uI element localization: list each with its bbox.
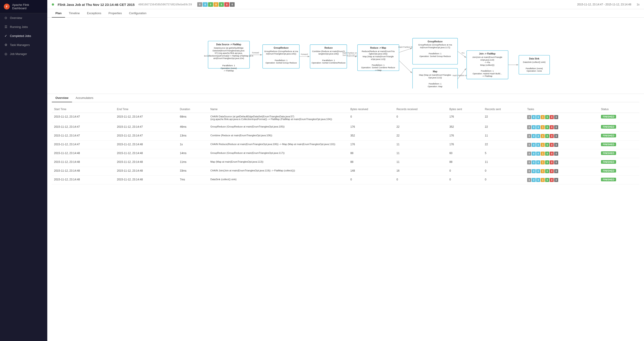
mini-badge: 0	[532, 178, 536, 182]
cell-3: Combine (Reduce at main(EnumTrianglesOpt…	[208, 132, 348, 140]
cell-6: 176	[447, 140, 483, 149]
mini-badge: 0	[554, 160, 558, 164]
cell-7: 22	[482, 113, 525, 123]
cell-4: 88	[348, 149, 394, 158]
svg-text:ain(EnumTrianglesOpt.java:104): ain(EnumTrianglesOpt.java:104)	[214, 57, 244, 60]
task-badge: 8	[219, 2, 224, 7]
svg-text:Operation: Hybrid Hash Build..: Operation: Hybrid Hash Build...	[473, 72, 502, 75]
sidebar-item-completed-jobs[interactable]: ✓ Completed Jobs	[0, 31, 47, 40]
job-manager-icon: ◎	[4, 52, 8, 56]
cell-5: 11	[394, 158, 447, 167]
table-row[interactable]: 2015-11-12, 23:14:482015-11-12, 23:14:48…	[52, 158, 640, 167]
svg-text:Parallelism: 1: Parallelism: 1	[372, 64, 384, 66]
table-row[interactable]: 2015-11-12, 23:14:472015-11-12, 23:14:47…	[52, 132, 640, 140]
cell-1: 2015-11-12, 23:14:48	[114, 176, 178, 184]
svg-text:Reduce: Reduce	[324, 46, 333, 49]
sub-tab-accumulators[interactable]: Accumulators	[72, 94, 97, 102]
sub-tab-overview[interactable]: Overview	[52, 94, 72, 102]
svg-text:Parallelism (none): Parallelism (none)	[526, 67, 543, 70]
tab-plan[interactable]: Plan	[52, 9, 65, 18]
mini-badge: 0	[554, 134, 558, 138]
mini-badge: 0	[550, 115, 554, 119]
cell-5: 22	[394, 132, 447, 140]
mini-badge: 0	[550, 152, 554, 156]
task-badge: 0	[224, 2, 229, 7]
mini-badge: 0	[536, 169, 540, 173]
cell-6: 60	[447, 149, 483, 158]
mini-badge: 0	[550, 134, 554, 138]
col-name: Name	[208, 106, 348, 113]
svg-text:-> Map: -> Map	[375, 69, 382, 72]
task-badge: 0	[230, 2, 235, 7]
tasks-cell: 0001000	[525, 158, 599, 167]
cell-3: DataSink (collect() sink)	[208, 176, 348, 184]
mini-badge: 0	[532, 115, 536, 119]
job-id: 4081667156458b506757d02d9ebe69c59	[138, 3, 192, 6]
table-row[interactable]: 2015-11-12, 23:14:482015-11-12, 23:14:48…	[52, 176, 640, 184]
cell-0: 2015-11-12, 23:14:47	[52, 123, 114, 132]
tab-exceptions[interactable]: Exceptions	[83, 9, 105, 18]
svg-text:Parallelism: 1: Parallelism: 1	[481, 70, 494, 72]
mini-badge: 0	[532, 125, 536, 129]
cell-6: 352	[447, 123, 483, 132]
overview-icon: ⊙	[4, 16, 8, 20]
running-jobs-icon: ☰	[4, 25, 8, 28]
plan-svg: Data Source -> FlatMap DataSource (at ge…	[52, 22, 640, 88]
mini-badge: 0	[550, 160, 554, 164]
svg-text:in(EnumTrianglesOpt.java:117)): in(EnumTrianglesOpt.java:117))	[420, 46, 450, 49]
status-badge: FINISHED	[601, 169, 616, 172]
job-duration: 1s	[636, 3, 640, 6]
svg-text:Join(Join at main(EnumTriangle: Join(Join at main(EnumTriangle	[472, 56, 502, 58]
svg-text:Forward: Forward	[301, 53, 308, 56]
cell-5: 0	[394, 176, 447, 184]
table-row[interactable]: 2015-11-12, 23:14:472015-11-12, 23:14:48…	[52, 140, 640, 149]
table-row[interactable]: 2015-11-12, 23:14:482015-11-12, 23:14:48…	[52, 149, 640, 158]
sidebar-item-job-manager[interactable]: ◎ Job Manager	[0, 49, 47, 58]
sidebar-item-task-managers[interactable]: ⚙ Task Managers	[0, 40, 47, 49]
cell-0: 2015-11-12, 23:14:48	[52, 149, 114, 158]
svg-text:F: F	[6, 5, 8, 8]
mini-badge: 0	[527, 169, 531, 173]
svg-text:sOpt.java:119): sOpt.java:119)	[480, 58, 494, 61]
job-time-range: 2015-11-12, 23:14:47 - 2015-11-12, 23:14…	[577, 3, 631, 6]
tab-timeline[interactable]: Timeline	[65, 9, 83, 18]
svg-text:Parallelism: 1: Parallelism: 1	[275, 59, 288, 62]
tab-properties[interactable]: Properties	[105, 9, 126, 18]
cell-0: 2015-11-12, 23:14:48	[52, 167, 114, 176]
sidebar-item-running-jobs[interactable]: ☰ Running Jobs	[0, 22, 47, 31]
mini-badge: 0	[527, 134, 531, 138]
sidebar-item-label: Job Manager	[10, 52, 27, 56]
mini-badge: 0	[527, 143, 531, 147]
mini-badge: 1	[541, 125, 545, 129]
cell-5: 11	[394, 149, 447, 158]
mini-badge: 0	[536, 143, 540, 147]
tasks-cell: 0001000	[525, 149, 599, 158]
mini-badge: 0	[554, 178, 558, 182]
tasks-cell: 0001000	[525, 167, 599, 176]
cell-6: 0	[447, 167, 483, 176]
table-row[interactable]: 2015-11-12, 23:14:472015-11-12, 23:14:47…	[52, 113, 640, 123]
svg-text:sOpt.java:110)): sOpt.java:110))	[371, 58, 386, 60]
svg-text:Reduce(Reduce at main(EnumTria: Reduce(Reduce at main(EnumTria	[362, 50, 395, 52]
table-row[interactable]: 2015-11-12, 23:14:482015-11-12, 23:14:48…	[52, 167, 640, 176]
mini-badge: 0	[545, 134, 549, 138]
tab-configuration[interactable]: Configuration	[126, 9, 150, 18]
content-area: Data Source -> FlatMap DataSource (at ge…	[47, 18, 644, 341]
sidebar-item-overview[interactable]: ⊙ Overview	[0, 13, 47, 22]
cell-6: 0	[447, 176, 483, 184]
mini-badge: 0	[545, 125, 549, 129]
mini-badge: 0	[527, 115, 531, 119]
svg-text:Map: Map	[433, 70, 437, 73]
svg-text:H:1: H:1	[462, 52, 464, 54]
svg-text:GroupReduce (GroupReduce at ma: GroupReduce (GroupReduce at ma	[418, 44, 452, 46]
mini-badge: 0	[545, 169, 549, 173]
svg-line-58	[458, 68, 466, 79]
cell-3: GroupReduce (GroupReduce at main(EnumTri…	[208, 149, 348, 158]
cell-7: 22	[482, 140, 525, 149]
sub-tabs: Overview Accumulators	[52, 94, 640, 102]
svg-text:Reduce -> Map: Reduce -> Map	[370, 46, 386, 49]
mini-badge: 0	[536, 178, 540, 182]
task-badge: 0	[197, 2, 202, 7]
table-row[interactable]: 2015-11-12, 23:14:472015-11-12, 23:14:47…	[52, 123, 640, 132]
svg-text:-> Fla: -> Fla	[484, 61, 490, 64]
